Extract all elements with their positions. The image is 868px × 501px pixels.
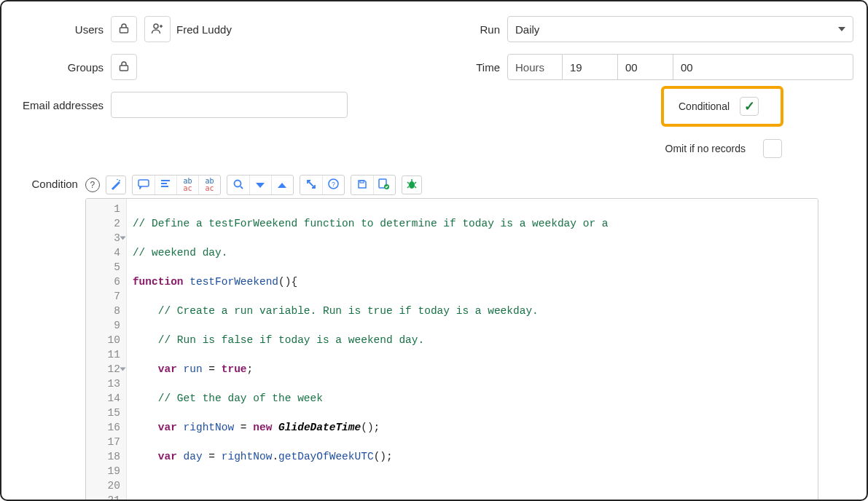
- fullscreen-button[interactable]: [300, 175, 322, 194]
- svg-point-2: [117, 178, 118, 180]
- help-button[interactable]: ?: [322, 175, 344, 194]
- conditional-label: Conditional: [679, 100, 730, 112]
- editor-toolbar: ? abac abac: [85, 175, 853, 195]
- time-label: Time: [469, 61, 500, 74]
- code-area[interactable]: // Define a testForWeekend function to d…: [127, 199, 818, 501]
- time-hours-field[interactable]: 19: [563, 54, 618, 80]
- save-icon: [357, 179, 367, 192]
- user-name-value: Fred Luddy: [176, 23, 232, 36]
- expand-icon: [306, 179, 316, 192]
- conditional-highlight: Conditional ✓: [661, 86, 783, 127]
- question-circle-icon: ?: [328, 178, 339, 192]
- lock-icon: [119, 60, 129, 74]
- replace-icon: abac: [183, 178, 192, 192]
- run-select[interactable]: Daily: [507, 16, 853, 42]
- comment-icon: [138, 179, 149, 192]
- omit-label: Omit if no records: [665, 143, 746, 154]
- fold-icon[interactable]: [120, 368, 125, 371]
- time-minutes-field[interactable]: 00: [618, 54, 673, 80]
- search-nav-group: [227, 175, 294, 195]
- condition-row: Condition ? abac abac: [10, 175, 853, 501]
- conditional-row: Conditional ✓: [469, 87, 783, 127]
- lock-icon-button[interactable]: [111, 16, 137, 42]
- time-row: Time Hours 19 00 00: [469, 51, 853, 83]
- svg-rect-7: [360, 181, 364, 183]
- debug-button[interactable]: [402, 175, 422, 194]
- chevron-down-icon: [838, 27, 845, 31]
- replace-button[interactable]: abac: [176, 175, 198, 194]
- bug-icon: [406, 178, 418, 192]
- svg-point-1: [119, 180, 120, 181]
- form-frame: Users Fred Luddy Groups: [0, 0, 868, 501]
- right-column: Run Daily Time Hours 19 00 00 Conditiona…: [469, 13, 853, 170]
- condition-label: Condition: [10, 175, 78, 190]
- replace-all-button[interactable]: abac: [198, 175, 220, 194]
- prev-button[interactable]: [271, 175, 293, 194]
- users-label: Users: [10, 23, 103, 36]
- svg-text:?: ?: [332, 181, 335, 188]
- chevron-up-icon: [278, 183, 286, 188]
- comment-group: abac abac: [132, 175, 221, 195]
- replace-all-icon: abac: [205, 178, 214, 192]
- run-row: Run Daily: [469, 13, 853, 45]
- conditional-checkbox[interactable]: ✓: [740, 97, 759, 116]
- svg-point-10: [409, 181, 415, 189]
- align-icon: [160, 179, 171, 192]
- save-group: [351, 175, 396, 195]
- lock-icon: [119, 23, 129, 36]
- chevron-down-icon: [256, 183, 265, 188]
- fold-icon[interactable]: [120, 237, 125, 240]
- help-group: ?: [300, 175, 345, 195]
- svg-rect-3: [138, 180, 149, 186]
- svg-point-4: [234, 180, 241, 186]
- align-button[interactable]: [155, 175, 176, 194]
- users-row: Users Fred Luddy: [10, 13, 455, 45]
- groups-label: Groups: [10, 61, 103, 74]
- line-gutter: 1 2 3 4 5 6 7 8 9 10 11 12 13 14 15 16 1: [86, 199, 127, 501]
- svg-point-0: [154, 24, 158, 28]
- groups-lock-icon-button[interactable]: [111, 54, 137, 80]
- save-button[interactable]: [351, 175, 373, 194]
- wand-icon: [110, 178, 122, 192]
- emails-label: Email addresses: [10, 99, 103, 111]
- toggle-comment-button[interactable]: [133, 175, 155, 194]
- search-button[interactable]: [227, 175, 249, 194]
- time-input-group: Hours 19 00 00: [507, 54, 853, 80]
- check-icon: ✓: [744, 100, 755, 113]
- script-check-icon: [378, 178, 390, 192]
- omit-row: Omit if no records: [469, 133, 782, 165]
- add-user-icon: [151, 23, 164, 36]
- format-button[interactable]: [106, 175, 126, 194]
- next-button[interactable]: [249, 175, 271, 194]
- time-hours-label: Hours: [507, 54, 563, 80]
- groups-row: Groups: [10, 51, 455, 83]
- time-seconds-field[interactable]: 00: [673, 54, 853, 80]
- search-icon: [232, 178, 244, 192]
- help-icon[interactable]: ?: [85, 178, 100, 192]
- code-editor[interactable]: 1 2 3 4 5 6 7 8 9 10 11 12 13 14 15 16 1: [85, 198, 818, 501]
- run-select-value: Daily: [515, 23, 539, 36]
- run-label: Run: [469, 23, 500, 36]
- emails-row: Email addresses: [10, 89, 455, 121]
- add-user-icon-button[interactable]: [144, 16, 171, 42]
- validate-button[interactable]: [373, 175, 395, 194]
- left-column: Users Fred Luddy Groups: [10, 13, 455, 170]
- email-addresses-field[interactable]: [111, 92, 348, 118]
- omit-checkbox[interactable]: [763, 139, 782, 158]
